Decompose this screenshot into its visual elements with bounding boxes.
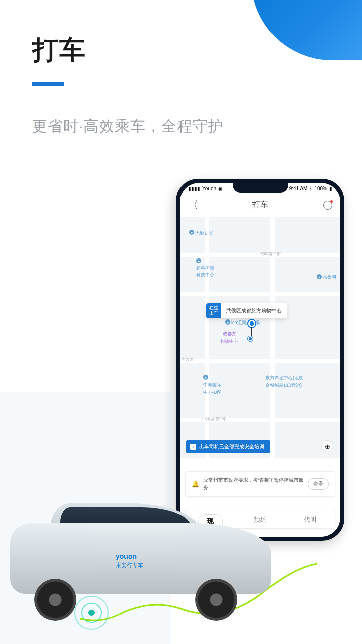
map-road <box>180 359 340 363</box>
phone-notch <box>233 183 288 193</box>
poi-xingu[interactable]: ●新谷国际 科技中心 <box>196 258 214 278</box>
poi-dongfang[interactable]: 东方希望中心(地铁金融城站B口旁边) <box>265 375 303 389</box>
battery-icon: ▮ <box>329 186 332 191</box>
carrier-label: Youon <box>202 186 216 191</box>
notice-text: 应常州市市政府要求，疫情期间暂停跨城市服务 <box>203 477 304 491</box>
battery-label: 100% <box>314 186 327 191</box>
map-pin[interactable] <box>248 320 255 336</box>
safety-banner[interactable]: + 出车司机已全部完成安全培训 <box>186 440 270 453</box>
car-brand-logo: youon 永安行专车 <box>116 552 143 569</box>
status-time: 9:41 AM <box>289 186 308 191</box>
wifi-icon: ◉ <box>218 186 223 191</box>
page-subtitle: 更省时·高效乘车，全程守护 <box>32 116 330 137</box>
locate-button[interactable]: ⊕ <box>321 440 333 452</box>
phone-frame: ▮▮▮▮ Youon ◉ 9:41 AM ᚼ 100% ▮ 〈 打车 <box>176 179 344 541</box>
view-button[interactable]: 查看 <box>308 478 329 490</box>
pickup-tooltip[interactable]: 在这上车 武侯区成都悠方购物中心 <box>206 303 287 318</box>
map-view[interactable]: ●天府新谷 ●新谷国际 科技中心 锦晖西二街 ●布鲁明 在这上车 武侯区成都悠方… <box>180 217 340 458</box>
poi-bulu[interactable]: ●布鲁明 <box>317 274 336 281</box>
signal-icon: ▮▮▮▮ <box>188 186 200 191</box>
bluetooth-icon: ᚼ <box>309 186 312 191</box>
street-zidadao: 子大道 <box>181 357 193 362</box>
locator-ring <box>74 596 109 630</box>
poi-chengdu-mall[interactable]: 成都方购物中心 <box>220 331 238 345</box>
shield-icon: + <box>190 444 196 450</box>
car-illustration: youon 永安行专车 <box>10 493 282 624</box>
street-zhonghaicheng: 中海城-南1号 <box>202 416 226 422</box>
map-road <box>180 292 340 296</box>
map-road <box>205 217 209 458</box>
app-title: 打车 <box>198 200 322 210</box>
bell-icon: 🔔 <box>192 480 199 488</box>
poi-zhonghai[interactable]: ●中海国际中心-D座 <box>203 375 222 396</box>
message-icon[interactable] <box>323 201 332 210</box>
title-underline <box>32 82 64 86</box>
poi-tianfu[interactable]: ●天府新谷 <box>189 230 213 236</box>
back-button[interactable]: 〈 <box>188 198 198 212</box>
street-jinhui: 锦晖西二街 <box>260 251 281 257</box>
tab-proxy[interactable]: 代叫 <box>285 515 335 524</box>
page-title: 打车 <box>32 33 330 68</box>
